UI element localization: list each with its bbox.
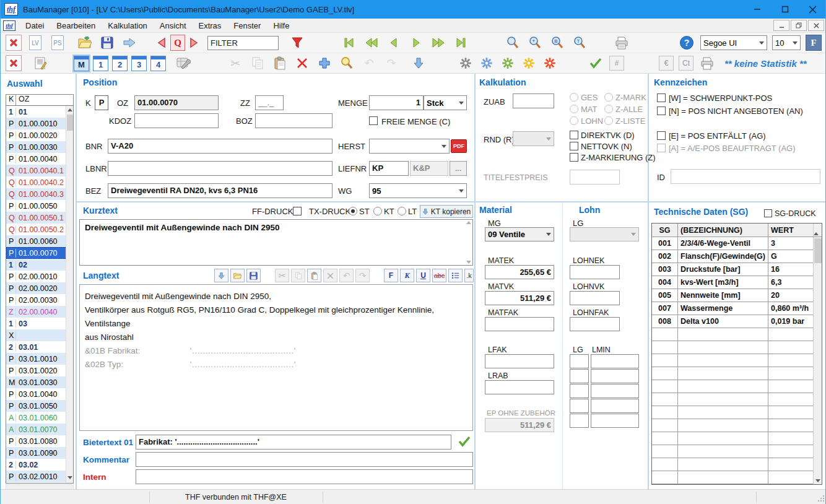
menu-item-fenster[interactable]: Fenster <box>227 20 267 32</box>
list-item[interactable]: 103 <box>6 318 73 329</box>
kommentar-field[interactable] <box>136 452 473 467</box>
confirm-button[interactable] <box>587 54 604 72</box>
sg-table-row-empty[interactable] <box>652 380 822 393</box>
minimize-button[interactable] <box>743 0 771 19</box>
lg-row-field[interactable] <box>570 414 589 428</box>
id-field[interactable] <box>671 169 820 184</box>
lohnvk-field[interactable] <box>570 291 620 305</box>
menu-item-ansicht[interactable]: Ansicht <box>154 20 193 32</box>
view-button-m[interactable]: M <box>74 56 89 71</box>
sg-table-row-empty[interactable] <box>652 471 822 484</box>
strikethrough-text-button[interactable]: abc <box>432 269 446 282</box>
scroll-down-icon[interactable] <box>67 476 72 479</box>
radio-ges[interactable] <box>570 93 578 102</box>
radio-lohn[interactable] <box>570 116 578 125</box>
list-item[interactable]: 203.02 <box>6 459 73 471</box>
sg-table-row[interactable]: 005Nennweite [mm]20 <box>652 289 822 302</box>
sg-table-row-empty[interactable] <box>652 419 822 432</box>
lg-row-field[interactable] <box>570 354 589 368</box>
menu-item-extras[interactable]: Extras <box>193 20 228 32</box>
close-button[interactable] <box>799 0 826 19</box>
matek-field[interactable]: 255,65 € <box>485 265 554 279</box>
liefnr-browse-button[interactable]: ... <box>450 161 467 176</box>
checkbox-direktvk[interactable] <box>570 131 578 139</box>
mdi-minimize-button[interactable] <box>773 20 789 31</box>
list-item[interactable]: P01.00.0070 <box>6 247 73 259</box>
list-item[interactable]: P02.00.0010 <box>6 271 73 282</box>
list-item[interactable]: P03.01.0040 <box>6 388 73 400</box>
bullet-list-button[interactable] <box>448 269 463 282</box>
menu-item-datei[interactable]: Datei <box>19 20 50 32</box>
checkbox-z-markierung[interactable] <box>570 153 578 162</box>
bez-field[interactable]: Dreiwegeventil RA DN20, kvs 6,3 PN16 <box>108 183 333 198</box>
view-button-4[interactable]: 4 <box>150 56 166 71</box>
list-item[interactable]: Q01.00.0040.2 <box>6 176 73 188</box>
search-button[interactable] <box>338 54 355 72</box>
resize-grip-icon[interactable] <box>817 495 825 502</box>
list-item[interactable]: P03.01.0080 <box>6 435 73 447</box>
titelfestpreis-field[interactable] <box>570 170 620 185</box>
calc-gear-button-1[interactable] <box>457 54 474 72</box>
list-item[interactable]: Z02.00.0040 <box>6 306 73 318</box>
scroll-up-icon[interactable] <box>466 221 471 224</box>
k-field[interactable]: P <box>95 95 108 110</box>
help-button[interactable]: ? <box>678 34 695 51</box>
kurztext-textarea[interactable]: Dreiwegeventil mit Außengewinde nach DIN… <box>79 219 473 266</box>
next-q-button[interactable] <box>185 34 202 51</box>
langtext-textarea[interactable]: Dreiwegeventil mit Außengewinde nach DIN… <box>79 284 473 431</box>
scroll-down-icon[interactable] <box>815 479 820 482</box>
sg-table-row-empty[interactable] <box>652 406 822 419</box>
list-item[interactable]: A03.01.0060 <box>6 412 73 424</box>
radio-z-alle[interactable] <box>604 105 613 113</box>
add-position-button[interactable] <box>316 54 333 72</box>
lohnek-field[interactable] <box>570 265 620 279</box>
grid-settings-button[interactable] <box>175 54 192 72</box>
zoom-plus-button[interactable]: + <box>526 34 544 51</box>
close-file-button[interactable] <box>6 35 22 51</box>
radio-mat[interactable] <box>570 105 578 113</box>
lmin-row-field[interactable] <box>591 414 639 428</box>
euro-button[interactable]: € <box>659 56 674 71</box>
lv-document-button[interactable]: LV <box>27 34 44 51</box>
copy-button[interactable] <box>249 54 266 72</box>
list-item[interactable]: Q01.00.0040.3 <box>6 188 73 200</box>
sg-table[interactable]: SG(BEZEICHNUNG)WERT 0012/3/4/6-Wege-Vent… <box>651 223 822 485</box>
list-item[interactable]: Q01.00.0050.2 <box>6 224 73 235</box>
intern-field[interactable] <box>136 469 473 484</box>
list-item[interactable]: P01.00.0040 <box>6 153 73 165</box>
menge-field[interactable]: 1 <box>369 95 424 110</box>
liefnr-field[interactable]: KP <box>369 161 409 176</box>
pdf-button[interactable]: PDF <box>451 139 467 153</box>
scrollbar-thumb[interactable] <box>814 238 822 263</box>
list-item[interactable]: P02.00.0030 <box>6 294 73 306</box>
underline-text-button[interactable]: U <box>416 269 430 282</box>
copy-text-button[interactable] <box>291 269 305 282</box>
scroll-down-icon[interactable] <box>466 261 471 264</box>
menu-item-hilfe[interactable]: Hilfe <box>267 20 295 32</box>
tx-st-radio[interactable] <box>349 207 357 215</box>
calc-gear-button-2[interactable] <box>478 54 495 72</box>
paste-button[interactable] <box>271 54 289 72</box>
font-size-select[interactable]: 10 <box>772 35 801 50</box>
bold-text-button[interactable]: F <box>384 269 398 282</box>
lmin-row-field[interactable] <box>591 399 639 413</box>
lbnr-field[interactable] <box>108 161 333 176</box>
kennzeichen-checkbox-1[interactable] <box>657 93 666 102</box>
cut-button[interactable]: ✂ <box>227 54 244 72</box>
kennzeichen-checkbox-2[interactable] <box>657 106 666 115</box>
sg-table-row[interactable]: 0012/3/4/6-Wege-Ventil3 <box>652 237 822 250</box>
list-item[interactable]: P03.02.0010 <box>6 471 73 482</box>
sg-table-row-empty[interactable] <box>652 432 822 445</box>
list-item[interactable]: P01.00.0030 <box>6 141 73 153</box>
calc-gear-button-3[interactable] <box>499 54 516 72</box>
mdi-close-button[interactable] <box>808 20 824 31</box>
boz-field[interactable] <box>255 113 333 128</box>
list-item[interactable]: P03.01.0050 <box>6 400 73 412</box>
tx-kt-radio[interactable] <box>373 207 382 215</box>
paste-text-button[interactable] <box>307 269 321 282</box>
list-item[interactable]: P02.00.0020 <box>6 282 73 294</box>
calc-gear-button-5[interactable] <box>541 54 559 72</box>
redo-text-button[interactable]: ↷ <box>355 269 370 282</box>
view-button-1[interactable]: 1 <box>93 56 108 71</box>
mg-select[interactable]: 09 Ventile <box>485 227 554 241</box>
